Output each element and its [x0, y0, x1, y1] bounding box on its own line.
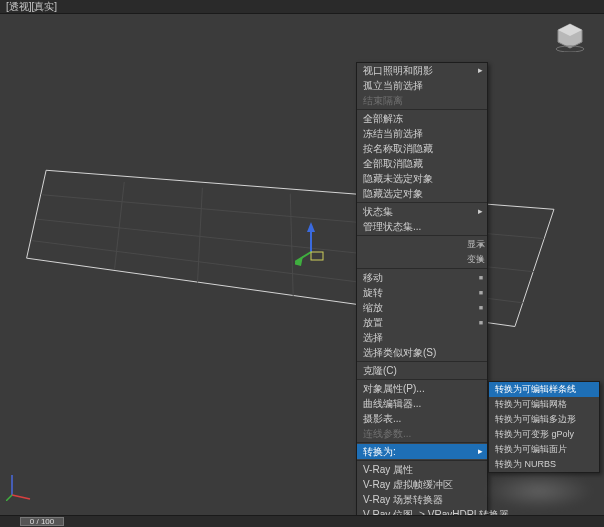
menu-item[interactable]: V-Ray 虚拟帧缓冲区 [357, 477, 487, 492]
menu-separator [357, 109, 487, 110]
menu-item-label: 全部取消隐藏 [363, 158, 423, 169]
menu-item[interactable]: 移动 [357, 270, 487, 285]
convert-submenu[interactable]: 转换为可编辑样条线转换为可编辑网格转换为可编辑多边形转换为可变形 gPoly转换… [488, 381, 600, 473]
menu-separator [357, 235, 487, 236]
menu-separator [357, 460, 487, 461]
viewport-label-text: [透视][真实] [6, 1, 57, 12]
menu-item-label: 克隆(C) [363, 365, 397, 376]
menu-item-label: 转换为可编辑多边形 [495, 414, 576, 424]
menu-item-label: 按名称取消隐藏 [363, 143, 433, 154]
menu-separator [357, 361, 487, 362]
menu-item-label: 状态集 [363, 206, 393, 217]
time-slider[interactable]: 0 / 100 [20, 517, 64, 526]
submenu-item[interactable]: 转换为可编辑多边形 [489, 412, 599, 427]
menu-item[interactable]: 全部取消隐藏 [357, 156, 487, 171]
menu-item-label: 隐藏选定对象 [363, 188, 423, 199]
menu-item[interactable]: 变换 [357, 252, 487, 267]
menu-item-label: 转换为可编辑面片 [495, 444, 567, 454]
menu-item-label: 连线参数... [363, 428, 411, 439]
menu-item[interactable]: 冻结当前选择 [357, 126, 487, 141]
menu-item-label: 转换为可编辑样条线 [495, 384, 576, 394]
menu-item-label: 孤立当前选择 [363, 80, 423, 91]
menu-item-label: 旋转 [363, 287, 383, 298]
menu-item-label: V-Ray 场景转换器 [363, 494, 443, 505]
menu-side-label: 显示 [467, 237, 485, 252]
axis-tripod-icon [6, 467, 40, 501]
menu-item-label: 全部解冻 [363, 113, 403, 124]
svg-line-1 [114, 182, 124, 270]
submenu-item[interactable]: 转换为可编辑样条线 [489, 382, 599, 397]
menu-item-label: 曲线编辑器... [363, 398, 421, 409]
menu-item-label: 选择类似对象(S) [363, 347, 436, 358]
menu-item[interactable]: 显示 [357, 237, 487, 252]
menu-item: 连线参数... [357, 426, 487, 441]
menu-item[interactable]: 选择类似对象(S) [357, 345, 487, 360]
menu-item[interactable]: 隐藏选定对象 [357, 186, 487, 201]
menu-item-label: 对象属性(P)... [363, 383, 425, 394]
menu-item[interactable]: 状态集 [357, 204, 487, 219]
menu-item-label: 转换为可变形 gPoly [495, 429, 574, 439]
menu-item[interactable]: 放置 [357, 315, 487, 330]
menu-item[interactable]: 克隆(C) [357, 363, 487, 378]
submenu-item[interactable]: 转换为可变形 gPoly [489, 427, 599, 442]
viewcube[interactable] [554, 22, 586, 52]
menu-item[interactable]: 按名称取消隐藏 [357, 141, 487, 156]
timeline[interactable]: 0 / 100 [0, 515, 604, 527]
menu-item[interactable]: 隐藏未选定对象 [357, 171, 487, 186]
menu-side-label: 变换 [467, 252, 485, 267]
context-menu[interactable]: 视口照明和阴影孤立当前选择结束隔离全部解冻冻结当前选择按名称取消隐藏全部取消隐藏… [356, 62, 488, 527]
menu-item[interactable]: V-Ray 场景转换器 [357, 492, 487, 507]
menu-item-label: 选择 [363, 332, 383, 343]
svg-line-11 [295, 252, 311, 262]
menu-item-label: V-Ray 属性 [363, 464, 413, 475]
menu-item-label: 视口照明和阴影 [363, 65, 433, 76]
menu-item-label: 摄影表... [363, 413, 401, 424]
menu-item-label: 隐藏未选定对象 [363, 173, 433, 184]
svg-rect-13 [311, 252, 323, 260]
menu-item: 结束隔离 [357, 93, 487, 108]
submenu-item[interactable]: 转换为 NURBS [489, 457, 599, 472]
menu-item-label: 移动 [363, 272, 383, 283]
svg-marker-10 [307, 222, 315, 232]
menu-item-label: 管理状态集... [363, 221, 421, 232]
menu-item-label: 结束隔离 [363, 95, 403, 106]
menu-item[interactable]: 对象属性(P)... [357, 381, 487, 396]
menu-separator [357, 442, 487, 443]
menu-item-label: 放置 [363, 317, 383, 328]
menu-item[interactable]: 视口照明和阴影 [357, 63, 487, 78]
svg-line-3 [290, 194, 293, 298]
menu-item[interactable]: 全部解冻 [357, 111, 487, 126]
menu-item[interactable]: 孤立当前选择 [357, 78, 487, 93]
menu-item-label: 转换为 NURBS [495, 459, 556, 469]
submenu-item[interactable]: 转换为可编辑网格 [489, 397, 599, 412]
transform-gizmo[interactable] [295, 222, 355, 282]
svg-line-16 [6, 495, 12, 501]
menu-item-label: 缩放 [363, 302, 383, 313]
svg-line-15 [12, 495, 30, 499]
menu-item-label: 转换为: [363, 446, 396, 457]
menu-item[interactable]: 缩放 [357, 300, 487, 315]
svg-marker-12 [295, 256, 303, 266]
menu-item[interactable]: 旋转 [357, 285, 487, 300]
submenu-item[interactable]: 转换为可编辑面片 [489, 442, 599, 457]
svg-line-2 [198, 188, 203, 283]
menu-item[interactable]: 选择 [357, 330, 487, 345]
menu-item-label: V-Ray 虚拟帧缓冲区 [363, 479, 453, 490]
menu-item[interactable]: 转换为: [357, 444, 487, 459]
menu-separator [357, 202, 487, 203]
menu-separator [357, 379, 487, 380]
menu-item[interactable]: 管理状态集... [357, 219, 487, 234]
menu-item[interactable]: 曲线编辑器... [357, 396, 487, 411]
menu-separator [357, 268, 487, 269]
watermark [484, 473, 594, 509]
viewport-label: [透视][真实] [0, 0, 604, 14]
menu-item-label: 冻结当前选择 [363, 128, 423, 139]
menu-item[interactable]: V-Ray 属性 [357, 462, 487, 477]
menu-item[interactable]: 摄影表... [357, 411, 487, 426]
menu-item-label: 转换为可编辑网格 [495, 399, 567, 409]
time-slider-label: 0 / 100 [30, 517, 54, 526]
